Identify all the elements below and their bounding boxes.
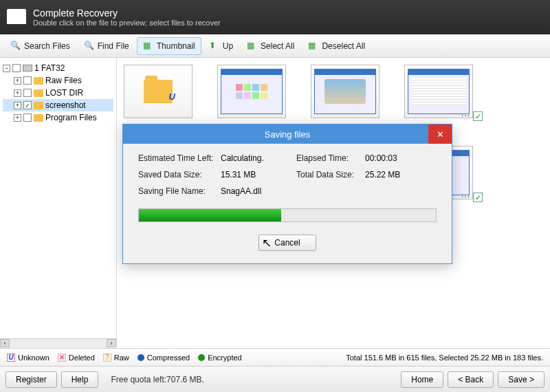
folder-icon	[34, 77, 43, 85]
tree-scrollbar[interactable]: ‹ ›	[0, 338, 116, 348]
folder-icon: U	[144, 80, 173, 103]
quota-text: Free quota left:707.6 MB.	[111, 375, 204, 384]
thumbnail-button[interactable]: ▦Thumbnail	[137, 37, 201, 55]
thumb-item[interactable]	[311, 65, 385, 118]
search-icon: 🔍	[10, 41, 21, 52]
raw-icon: ?	[103, 353, 111, 362]
toolbar: 🔍Search Files 🔍Find File ▦Thumbnail ⬆Up …	[0, 34, 550, 58]
tree-item[interactable]: + Raw Files	[3, 74, 113, 87]
close-button[interactable]: ✕	[428, 124, 452, 144]
encrypted-icon	[198, 354, 205, 361]
deselect-all-button[interactable]: ▦Deselect All	[302, 37, 371, 55]
folder-icon	[34, 102, 43, 109]
expand-icon[interactable]: +	[14, 114, 21, 122]
dialog-title: Saving files	[265, 129, 310, 140]
tree-item-selected[interactable]: + ✓ screenshot	[3, 99, 113, 111]
dialog-title-bar[interactable]: Saving files ✕	[123, 124, 452, 144]
image-thumb	[314, 69, 376, 114]
app-icon	[7, 9, 26, 24]
select-all-icon: ▦	[247, 41, 258, 52]
deleted-icon: ✕	[58, 353, 66, 362]
tree-item[interactable]: + LOST DIR	[3, 87, 113, 99]
checkbox[interactable]	[23, 76, 32, 85]
thumb-checkbox[interactable]: ✓	[473, 193, 483, 202]
tree-item[interactable]: + Program Files	[3, 111, 113, 124]
checkbox[interactable]	[12, 64, 21, 72]
save-button[interactable]: Save >	[498, 371, 544, 388]
more-icon: …	[461, 107, 470, 118]
register-button[interactable]: Register	[6, 371, 57, 388]
thumbnail-icon: ▦	[143, 41, 154, 52]
legend-bar: UUnknown ✕Deleted ?Raw Compressed Encryp…	[0, 348, 550, 366]
expand-icon[interactable]: +	[14, 89, 21, 97]
checkbox[interactable]	[23, 89, 32, 97]
progress-fill	[139, 209, 281, 221]
find-file-button[interactable]: 🔍Find File	[78, 37, 135, 55]
stats-text: Total 151.6 MB in 615 files, Selected 25…	[346, 353, 543, 362]
progress-bar	[138, 208, 437, 222]
unknown-icon: U	[7, 353, 15, 362]
file-label: Saving File Name:	[138, 186, 221, 196]
folder-icon	[34, 89, 43, 97]
saving-dialog: Saving files ✕ Estimated Time Left: Calc…	[122, 124, 452, 264]
select-all-button[interactable]: ▦Select All	[241, 37, 300, 55]
elapsed-label: Elapsed Time:	[296, 153, 365, 163]
tree-root[interactable]: − 1 FAT32	[3, 62, 113, 74]
saved-label: Saved Data Size:	[138, 170, 221, 179]
expand-icon[interactable]: +	[14, 102, 21, 109]
home-button[interactable]: Home	[401, 371, 443, 388]
deselect-all-icon: ▦	[308, 41, 319, 52]
etl-label: Estimated Time Left:	[138, 153, 221, 163]
search-files-button[interactable]: 🔍Search Files	[4, 37, 76, 55]
etl-value: Calculating.	[221, 153, 296, 163]
scroll-right-icon[interactable]: ›	[107, 339, 116, 347]
thumb-folder-up[interactable]: U	[124, 65, 198, 118]
total-label: Total Data Size:	[296, 170, 365, 179]
scroll-left-icon[interactable]: ‹	[0, 339, 10, 347]
bottom-bar: Register Help Free quota left:707.6 MB. …	[0, 366, 550, 392]
help-button[interactable]: Help	[61, 371, 99, 388]
collapse-icon[interactable]: −	[3, 65, 10, 72]
unknown-badge-icon: U	[169, 91, 175, 102]
folder-icon	[34, 114, 43, 122]
total-value: 25.22 MB	[365, 170, 420, 179]
more-icon: …	[461, 188, 470, 199]
app-header: Complete Recovery Double click on the fi…	[0, 0, 550, 34]
compressed-icon	[138, 354, 144, 361]
cancel-button[interactable]: Cancel	[258, 235, 316, 251]
app-title: Complete Recovery	[33, 8, 221, 19]
thumb-checkbox[interactable]: ✓	[473, 111, 483, 121]
back-button[interactable]: < Back	[448, 371, 494, 388]
saved-value: 15.31 MB	[221, 170, 296, 179]
up-icon: ⬆	[209, 41, 220, 52]
file-value: SnagAA.dll	[221, 186, 296, 196]
find-icon: 🔍	[84, 41, 95, 52]
expand-icon[interactable]: +	[14, 77, 21, 85]
up-button[interactable]: ⬆Up	[203, 37, 239, 55]
checkbox[interactable]	[23, 113, 32, 122]
thumb-item[interactable]	[217, 65, 292, 118]
image-thumb	[221, 69, 283, 114]
drive-icon	[23, 65, 32, 72]
tree-panel: − 1 FAT32 + Raw Files + LOST DIR + ✓ scr…	[0, 58, 117, 348]
thumb-item[interactable]: … ✓	[404, 65, 478, 118]
checkbox-checked[interactable]: ✓	[23, 101, 32, 109]
app-subtitle: Double click on the file to preview; sel…	[33, 19, 221, 27]
elapsed-value: 00:00:03	[365, 153, 420, 163]
